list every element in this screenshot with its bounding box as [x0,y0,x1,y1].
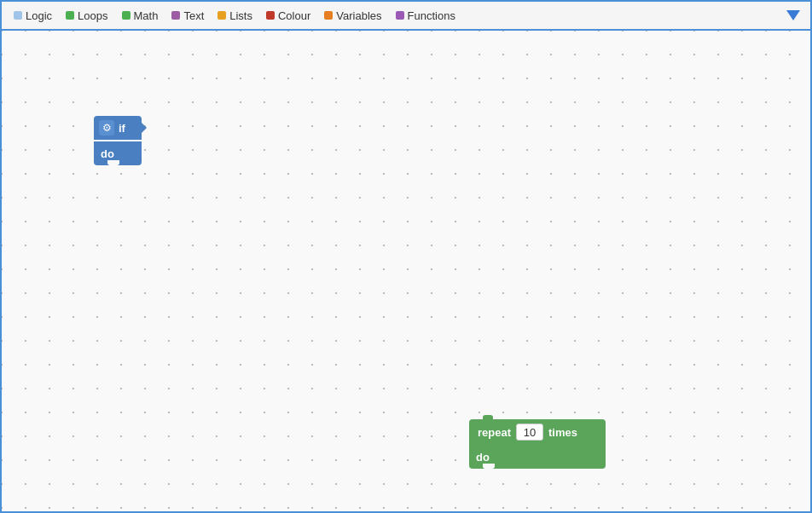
lists-dot-icon [218,11,226,20]
dropdown-arrow-icon[interactable] [786,10,800,20]
lists-label: Lists [229,9,252,22]
times-label: times [548,426,577,439]
canvas-area[interactable]: ⚙ if do repeat 10 times do [2,31,810,511]
toolbar-item-colour[interactable]: Colour [259,8,317,24]
toolbar-item-loops[interactable]: Loops [59,8,114,24]
toolbar-item-math[interactable]: Math [115,8,165,24]
text-label: Text [183,9,204,22]
math-dot-icon [122,11,130,20]
toolbar: LogicLoopsMathTextListsColourVariablesFu… [2,2,810,31]
colour-label: Colour [278,9,310,22]
toolbar-item-logic[interactable]: Logic [7,8,59,24]
math-label: Math [134,9,159,22]
repeat-block-header: repeat 10 times [469,419,606,445]
toolbar-item-text[interactable]: Text [165,8,211,24]
app-container: LogicLoopsMathTextListsColourVariablesFu… [0,0,812,513]
repeat-number-input[interactable]: 10 [516,424,543,441]
toolbar-item-variables[interactable]: Variables [317,8,388,24]
logic-label: Logic [26,9,52,22]
repeat-do-label: do [476,451,490,464]
toolbar-item-functions[interactable]: Functions [389,8,462,24]
if-block-do: do [94,141,142,165]
repeat-label: repeat [478,426,511,439]
repeat-block[interactable]: repeat 10 times do [469,419,606,469]
variables-dot-icon [324,11,333,20]
if-block[interactable]: ⚙ if do [94,116,142,165]
functions-label: Functions [408,9,455,22]
loops-dot-icon [66,11,74,20]
if-label: if [119,122,125,135]
repeat-block-do: do [469,445,606,469]
variables-label: Variables [336,9,381,22]
toolbar-item-lists[interactable]: Lists [211,8,259,24]
logic-dot-icon [14,11,22,20]
do-label: do [101,147,114,160]
gear-icon: ⚙ [99,120,114,135]
if-block-header: ⚙ if [94,116,142,140]
colour-dot-icon [266,11,275,20]
functions-dot-icon [396,11,404,20]
loops-label: Loops [78,9,107,22]
text-dot-icon [171,11,180,20]
